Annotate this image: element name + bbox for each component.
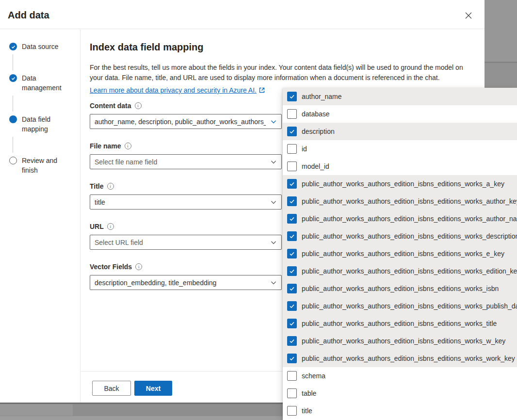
backdrop-segment	[0, 404, 73, 416]
field-label: Title	[90, 182, 104, 190]
dropdown-option[interactable]: id	[283, 140, 517, 158]
wizard-sidebar: Data source Data management Data field m…	[0, 30, 81, 403]
checkbox[interactable]	[287, 231, 297, 241]
dropdown-option[interactable]: public_author_works_authors_edition_isbn…	[283, 193, 517, 210]
checkbox[interactable]	[287, 336, 297, 346]
dropdown-option[interactable]: public_author_works_authors_edition_isbn…	[283, 245, 517, 262]
page-title: Index data field mapping	[90, 42, 485, 53]
checkbox[interactable]	[287, 249, 297, 258]
stepper-item-review-and-finish[interactable]: Review and finish	[0, 156, 80, 175]
checkbox[interactable]	[287, 214, 297, 224]
select-value: Select file name field	[95, 158, 157, 166]
dropdown-option-label: public_author_works_authors_edition_isbn…	[302, 250, 504, 258]
dropdown-option-label: author_name	[302, 93, 342, 100]
check-icon	[11, 45, 16, 49]
stepper-item-data-management[interactable]: Data management	[0, 73, 80, 93]
check-icon	[289, 216, 295, 222]
select-title[interactable]: title	[90, 194, 282, 210]
check-icon	[289, 94, 295, 99]
dropdown-option[interactable]: table	[283, 385, 517, 402]
checkbox[interactable]	[287, 266, 297, 276]
info-icon[interactable]: i	[135, 102, 142, 109]
checkbox[interactable]	[287, 144, 297, 154]
dropdown-option[interactable]: schema	[283, 367, 517, 385]
checkbox[interactable]	[287, 354, 297, 363]
dropdown-option-label: database	[302, 110, 330, 118]
select-value: Select URL field	[95, 239, 143, 246]
checkbox[interactable]	[287, 301, 297, 311]
info-icon[interactable]: i	[107, 223, 114, 230]
dropdown-option[interactable]: public_author_works_authors_edition_isbn…	[283, 315, 517, 332]
checkbox[interactable]	[287, 92, 297, 101]
checkbox[interactable]	[287, 127, 297, 136]
dropdown-option-label: description	[302, 128, 335, 135]
content-data-dropdown-callout: author_name database description id mode…	[283, 88, 517, 420]
description-text: For the best results, tell us more about…	[90, 63, 466, 83]
form-field-group: Vector Fields i description_embedding, t…	[90, 263, 282, 290]
dropdown-option-label: public_author_works_authors_edition_isbn…	[302, 180, 504, 188]
dropdown-option[interactable]: public_author_works_authors_edition_isbn…	[283, 280, 517, 297]
dropdown-option[interactable]: public_author_works_authors_edition_isbn…	[283, 332, 517, 350]
dropdown-option-label: public_author_works_authors_edition_isbn…	[302, 285, 499, 292]
checkbox[interactable]	[287, 388, 297, 398]
checkbox[interactable]	[287, 371, 297, 381]
back-button[interactable]: Back	[92, 381, 131, 396]
step-connector	[13, 96, 13, 112]
checkbox[interactable]	[287, 196, 297, 206]
stepper-item-data-source[interactable]: Data source	[0, 42, 80, 51]
checkbox[interactable]	[287, 284, 297, 293]
field-label: Content data	[90, 102, 131, 110]
dropdown-option-label: title	[302, 407, 312, 415]
dropdown-option-label: public_author_works_authors_edition_isbn…	[302, 302, 517, 310]
select-file-name[interactable]: Select file name field	[90, 154, 282, 169]
step-state-icon	[9, 74, 17, 82]
wizard-stepper: Data source Data management Data field m…	[0, 30, 80, 175]
chevron-down-icon	[271, 240, 276, 245]
close-icon	[465, 12, 472, 19]
dropdown-option[interactable]: title	[283, 402, 517, 420]
checkbox[interactable]	[287, 109, 297, 119]
select-vector-fields[interactable]: description_embedding, title_embedding	[90, 275, 282, 290]
form-field-group: Title i title	[90, 182, 282, 210]
info-icon[interactable]: i	[135, 263, 142, 270]
stepper-item-data-field-mapping[interactable]: Data field mapping	[0, 114, 80, 134]
form-field-group: File name i Select file name field	[90, 142, 282, 169]
dialog-title: Add data	[8, 10, 49, 21]
select-value: title	[95, 198, 105, 206]
checkbox[interactable]	[287, 179, 297, 189]
next-button[interactable]: Next	[134, 381, 172, 396]
learn-more-link[interactable]: Learn more about data privacy and securi…	[90, 86, 257, 94]
checkbox[interactable]	[287, 162, 297, 171]
info-icon[interactable]: i	[107, 183, 114, 190]
chevron-down-icon	[271, 199, 276, 205]
dropdown-option[interactable]: database	[283, 105, 517, 123]
dropdown-option[interactable]: model_id	[283, 158, 517, 175]
dropdown-option-label: public_author_works_authors_edition_isbn…	[302, 337, 505, 345]
dropdown-option[interactable]: author_name	[283, 88, 517, 105]
step-connector	[13, 137, 13, 153]
field-label-row: Content data i	[90, 102, 282, 110]
info-icon[interactable]: i	[125, 143, 131, 149]
field-label-row: File name i	[90, 142, 282, 150]
select-content-data[interactable]: author_name, description, public_author_…	[90, 114, 282, 129]
step-state-icon	[9, 115, 17, 123]
dropdown-option[interactable]: description	[283, 123, 517, 140]
dropdown-option[interactable]: public_author_works_authors_edition_isbn…	[283, 210, 517, 227]
stepper-item-label: Review and finish	[22, 156, 73, 175]
dropdown-option-label: table	[302, 389, 316, 397]
checkbox[interactable]	[287, 406, 297, 416]
chevron-down-icon	[271, 119, 276, 125]
step-state-icon	[9, 43, 17, 50]
dropdown-option[interactable]: public_author_works_authors_edition_isbn…	[283, 350, 517, 367]
select-url[interactable]: Select URL field	[90, 235, 282, 250]
stepper-item-label: Data field mapping	[22, 114, 73, 134]
chevron-down-icon	[271, 159, 276, 165]
dropdown-option[interactable]: public_author_works_authors_edition_isbn…	[283, 175, 517, 193]
close-button[interactable]	[462, 9, 475, 22]
dropdown-option[interactable]: public_author_works_authors_edition_isbn…	[283, 227, 517, 245]
dropdown-option[interactable]: public_author_works_authors_edition_isbn…	[283, 262, 517, 280]
check-icon	[289, 321, 295, 326]
checkbox[interactable]	[287, 319, 297, 328]
stepper-item-label: Data source	[22, 42, 73, 51]
dropdown-option[interactable]: public_author_works_authors_edition_isbn…	[283, 297, 517, 315]
